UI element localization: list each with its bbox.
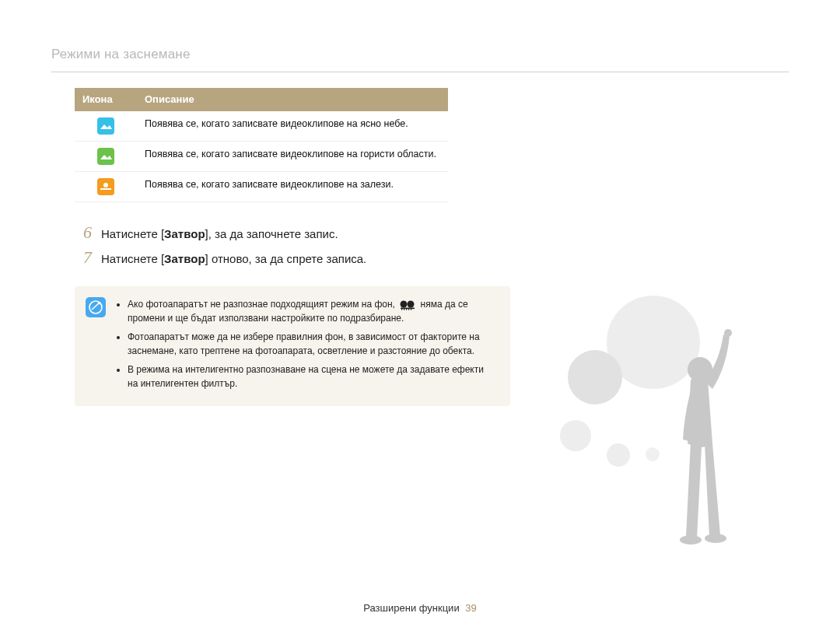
note-body: Ако фотоапаратът не разпознае подходящия…: [117, 297, 496, 395]
note-text: Фотоапаратът може да не избере правилния…: [128, 331, 480, 356]
note-box: Ако фотоапаратът не разпознае подходящия…: [75, 286, 510, 406]
decorative-silhouette: [560, 280, 762, 591]
note-bullet: В режима на интелигентно разпознаване на…: [128, 363, 496, 391]
note-text: Ако фотоапаратът не разпознае подходящия…: [128, 299, 397, 310]
document-page: Режими на заснемане Икона Описание Появя…: [0, 0, 840, 634]
svg-point-14: [705, 534, 726, 543]
step-text: Натиснете [Затвор], за да започнете запи…: [101, 227, 338, 240]
svg-rect-11: [411, 309, 411, 310]
svg-rect-8: [404, 309, 404, 310]
left-column: Икона Описание Появява се, когато записв…: [75, 88, 502, 406]
sunset-icon: [97, 178, 114, 195]
step-text: Натиснете [Затвор] отново, за да спрете …: [101, 252, 366, 265]
svg-point-4: [401, 301, 408, 308]
table-row: Появява се, когато записвате видеоклипов…: [75, 142, 448, 172]
step-suffix: ], за да започнете запис.: [205, 227, 338, 240]
smart-video-icon: [399, 299, 416, 310]
cell-desc: Появява се, когато записвате видеоклипов…: [137, 111, 448, 142]
forest-icon: [97, 148, 114, 165]
step-number: 7: [75, 249, 92, 266]
svg-rect-9: [406, 309, 407, 310]
footer-label: Разширени функции: [363, 602, 459, 614]
step-suffix: ] отново, за да спрете записа.: [205, 252, 367, 265]
icon-table: Икона Описание Появява се, когато записв…: [75, 88, 448, 202]
step-prefix: Натиснете [: [101, 252, 164, 265]
note-bullet: Ако фотоапаратът не разпознае подходящия…: [128, 297, 496, 325]
svg-point-0: [103, 183, 108, 187]
sky-icon: [97, 117, 114, 135]
svg-rect-7: [401, 309, 402, 310]
col-header-icon: Икона: [75, 88, 137, 111]
page-footer: Разширени функции 39: [0, 602, 840, 614]
svg-point-15: [724, 329, 732, 337]
step-bold: Затвор: [164, 227, 205, 240]
cell-desc: Появява се, когато записвате видеоклипов…: [137, 172, 448, 202]
page-number: 39: [465, 602, 476, 614]
svg-rect-10: [408, 309, 409, 310]
svg-point-5: [408, 301, 415, 308]
note-icon: [86, 297, 106, 317]
note-bullet: Фотоапаратът може да не избере правилния…: [128, 330, 496, 358]
step-7: 7 Натиснете [Затвор] отново, за да спрет…: [75, 249, 502, 266]
col-header-desc: Описание: [137, 88, 448, 111]
svg-rect-6: [401, 308, 415, 310]
step-number: 6: [75, 224, 92, 241]
section-title: Режими на заснемане: [51, 47, 789, 72]
svg-rect-1: [100, 188, 111, 190]
note-text: В режима на интелигентно разпознаване на…: [128, 364, 484, 389]
step-prefix: Натиснете [: [101, 227, 164, 240]
step-6: 6 Натиснете [Затвор], за да започнете за…: [75, 224, 502, 241]
table-row: Появява се, когато записвате видеоклипов…: [75, 172, 448, 202]
table-row: Появява се, когато записвате видеоклипов…: [75, 111, 448, 142]
cell-desc: Появява се, когато записвате видеоклипов…: [137, 142, 448, 172]
svg-point-12: [688, 357, 712, 382]
cell-icon: [75, 172, 137, 202]
step-bold: Затвор: [164, 252, 205, 265]
cell-icon: [75, 142, 137, 172]
cell-icon: [75, 111, 137, 142]
steps-list: 6 Натиснете [Затвор], за да започнете за…: [75, 224, 502, 266]
svg-point-13: [680, 535, 702, 545]
